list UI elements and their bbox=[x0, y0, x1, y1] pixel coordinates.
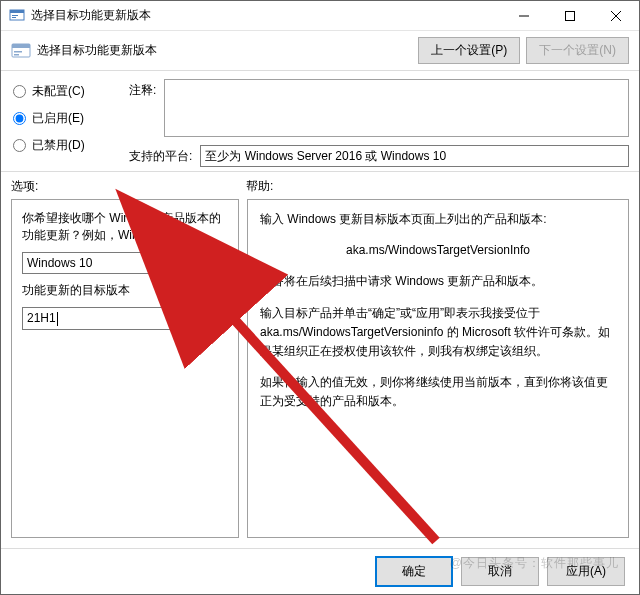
toolbar: 选择目标功能更新版本 上一个设置(P) 下一个设置(N) bbox=[1, 31, 639, 70]
svg-rect-11 bbox=[14, 54, 19, 56]
radio-not-configured-input[interactable] bbox=[13, 85, 26, 98]
titlebar: 选择目标功能更新版本 bbox=[1, 1, 639, 31]
svg-rect-1 bbox=[10, 10, 24, 13]
minimize-button[interactable] bbox=[501, 1, 547, 31]
help-text-3: 输入目标产品并单击“确定”或“应用”即表示我接受位于 aka.ms/Window… bbox=[260, 304, 616, 362]
svg-rect-10 bbox=[14, 51, 22, 53]
options-pane: 你希望接收哪个 Windows 产品版本的功能更新？例如，Windows 10 … bbox=[11, 199, 239, 538]
svg-rect-2 bbox=[12, 15, 18, 16]
dialog-footer: 确定 取消 应用(A) bbox=[1, 548, 639, 594]
radio-disabled[interactable]: 已禁用(D) bbox=[11, 137, 121, 154]
svg-rect-9 bbox=[12, 44, 30, 48]
option-target-version-label: 功能更新的目标版本 bbox=[22, 282, 228, 299]
options-heading: 选项: bbox=[11, 178, 246, 195]
help-text-4: 如果你输入的值无效，则你将继续使用当前版本，直到你将该值更正为受支持的产品和版本… bbox=[260, 373, 616, 411]
cancel-button[interactable]: 取消 bbox=[461, 557, 539, 586]
option-product-question: 你希望接收哪个 Windows 产品版本的功能更新？例如，Windows 10 bbox=[22, 210, 228, 244]
help-link: aka.ms/WindowsTargetVersionInfo bbox=[260, 241, 616, 260]
help-text-2: 设备将在后续扫描中请求 Windows 更新产品和版本。 bbox=[260, 272, 616, 291]
platform-label: 支持的平台: bbox=[129, 145, 192, 165]
product-name-input[interactable] bbox=[22, 252, 228, 274]
prev-setting-button[interactable]: 上一个设置(P) bbox=[418, 37, 520, 64]
maximize-button[interactable] bbox=[547, 1, 593, 31]
apply-button[interactable]: 应用(A) bbox=[547, 557, 625, 586]
app-icon bbox=[9, 8, 25, 24]
radio-disabled-input[interactable] bbox=[13, 139, 26, 152]
target-version-input[interactable]: 21H1 bbox=[22, 307, 228, 330]
help-text-1: 输入 Windows 更新目标版本页面上列出的产品和版本: bbox=[260, 210, 616, 229]
radio-enabled[interactable]: 已启用(E) bbox=[11, 110, 121, 127]
platform-value: 至少为 Windows Server 2016 或 Windows 10 bbox=[200, 145, 629, 167]
radio-enabled-input[interactable] bbox=[13, 112, 26, 125]
next-setting-button[interactable]: 下一个设置(N) bbox=[526, 37, 629, 64]
ok-button[interactable]: 确定 bbox=[375, 556, 453, 587]
help-pane[interactable]: 输入 Windows 更新目标版本页面上列出的产品和版本: aka.ms/Win… bbox=[247, 199, 629, 538]
svg-rect-5 bbox=[566, 11, 575, 20]
window-title: 选择目标功能更新版本 bbox=[31, 7, 501, 24]
toolbar-title: 选择目标功能更新版本 bbox=[37, 42, 418, 59]
close-button[interactable] bbox=[593, 1, 639, 31]
comment-label: 注释: bbox=[129, 79, 156, 99]
help-heading: 帮助: bbox=[246, 178, 273, 195]
state-radio-group: 未配置(C) 已启用(E) 已禁用(D) bbox=[11, 79, 121, 167]
radio-not-configured[interactable]: 未配置(C) bbox=[11, 83, 121, 100]
svg-rect-3 bbox=[12, 17, 16, 18]
comment-input[interactable] bbox=[164, 79, 629, 137]
policy-icon bbox=[11, 41, 31, 61]
